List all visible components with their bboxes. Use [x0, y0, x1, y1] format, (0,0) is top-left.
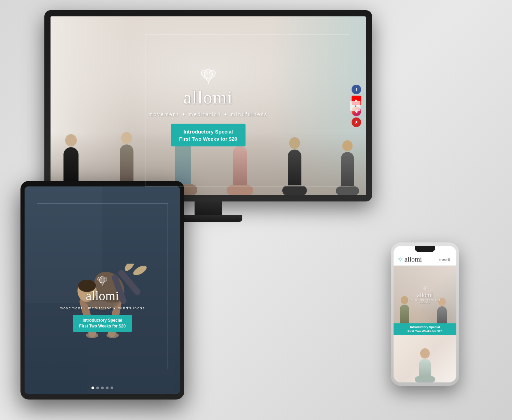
dot-5[interactable]	[111, 387, 113, 389]
tablet-tagline: movement • meditation • mindfulness	[40, 306, 165, 310]
monitor-cta-line2: First Two Weeks for $20	[179, 136, 237, 142]
phone-hero-top: allomi for holistic health andbalance	[394, 266, 456, 323]
dot-3[interactable]	[101, 387, 104, 389]
dot-1[interactable]	[91, 387, 94, 389]
monitor-logo: allomi	[148, 66, 268, 108]
tablet-screen: allomi movement • meditation • mindfulne…	[25, 186, 180, 394]
phone-script-logo: allomi	[410, 292, 440, 299]
dot-4[interactable]	[106, 387, 109, 389]
monitor-cta-button[interactable]: Introductory Special First Two Weeks for…	[171, 124, 245, 146]
scene: allomi movement ✦ meditation ✦ mindfulne…	[0, 0, 512, 420]
phone-overlay-lotus	[422, 285, 428, 291]
phone-lotus-icon	[398, 257, 403, 262]
phone-cta-line2: First Two Weeks for $20	[408, 330, 442, 333]
phone-logo-text: allomi	[404, 255, 422, 263]
tablet-cta-button[interactable]: Introductory Special First Two Weeks for…	[73, 315, 132, 332]
lotus-icon	[198, 66, 218, 86]
phone-screen: allomi menu ☰	[394, 246, 456, 382]
monitor-next-arrow[interactable]: ›	[350, 101, 360, 111]
phone-content: allomi menu ☰	[394, 246, 456, 382]
tablet-center-content: allomi movement • meditation • mindfulne…	[40, 274, 165, 332]
phone-bottom-figure	[415, 348, 435, 382]
tablet-outer: allomi movement • meditation • mindfulne…	[20, 181, 184, 400]
monitor-tagline: movement ✦ meditation ✦ mindfulness	[148, 112, 268, 117]
monitor-center-content: allomi movement ✦ meditation ✦ mindfulne…	[148, 66, 268, 146]
phone-cta-line1: Introductory Special	[410, 325, 440, 329]
tablet-device: allomi movement • meditation • mindfulne…	[20, 181, 184, 400]
phone-tagline: for holistic health andbalance	[410, 299, 440, 304]
phone-menu-button[interactable]: menu ☰	[437, 257, 452, 262]
monitor-neck	[195, 201, 222, 215]
monitor-outer: allomi movement ✦ meditation ✦ mindfulne…	[44, 10, 372, 201]
tablet-lotus-icon	[96, 274, 109, 288]
tablet-slide-dots	[91, 387, 113, 389]
monitor-base	[174, 215, 242, 222]
phone-figure-left	[400, 296, 409, 323]
dot-2[interactable]	[96, 387, 99, 389]
tablet-cta-line2: First Two Weeks for $20	[79, 324, 126, 328]
phone-outer: allomi menu ☰	[391, 242, 459, 386]
facebook-icon[interactable]: f	[352, 85, 361, 94]
monitor-logo-text: allomi	[184, 87, 233, 108]
monitor-cta-line1: Introductory Special	[183, 129, 233, 135]
tablet-logo: allomi	[40, 274, 165, 303]
phone-cta-banner[interactable]: Introductory Special First Two Weeks for…	[394, 323, 456, 335]
tablet-cta-line1: Introductory Special	[83, 318, 122, 323]
yelp-icon[interactable]: ★	[352, 117, 361, 127]
phone-header-logo: allomi	[398, 255, 422, 263]
phone-hero-bottom	[394, 335, 456, 382]
phone-logo-overlay: allomi for holistic health andbalance	[410, 285, 440, 304]
phone-device: allomi menu ☰	[391, 242, 459, 386]
monitor-screen: allomi movement ✦ meditation ✦ mindfulne…	[51, 16, 366, 195]
tablet-logo-text: allomi	[86, 288, 119, 303]
phone-notch	[415, 246, 435, 252]
